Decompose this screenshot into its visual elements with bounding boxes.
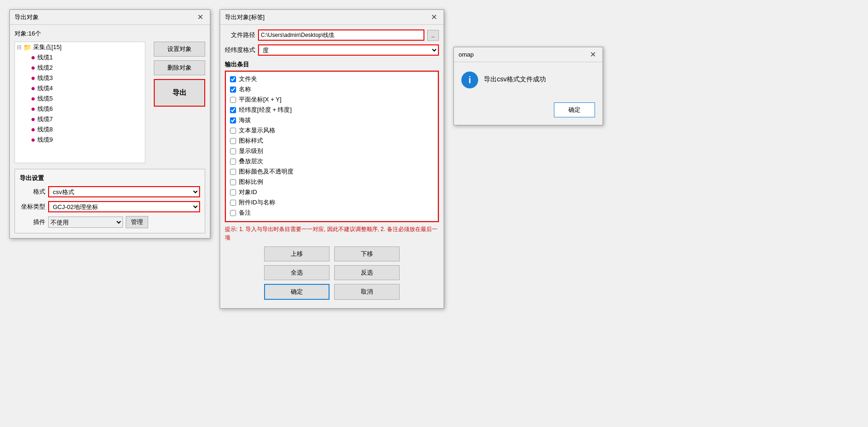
dot-icon: ● xyxy=(31,115,36,123)
check-input-12[interactable] xyxy=(230,200,236,206)
dialog3-title: omap xyxy=(459,51,474,58)
tree-item-label: 线缆3 xyxy=(37,74,53,82)
check-label: 附件ID与名称 xyxy=(239,198,275,207)
check-input-3[interactable] xyxy=(230,107,236,113)
dialog1-close-button[interactable]: ✕ xyxy=(195,13,205,22)
set-object-button[interactable]: 设置对象 xyxy=(154,42,205,57)
dot-icon: ● xyxy=(31,64,36,72)
manage-button[interactable]: 管理 xyxy=(126,216,148,228)
export-label-dialog: 导出对象[标签] ✕ 文件路径 .. 经纬度格式 度 度分秒 度分 输出条目 文… xyxy=(220,9,444,309)
check-input-1[interactable] xyxy=(230,87,236,93)
check-label: 图标颜色及不透明度 xyxy=(239,167,294,176)
plugin-label: 插件 xyxy=(20,218,45,226)
check-item: 叠放层次 xyxy=(228,156,436,166)
check-input-4[interactable] xyxy=(230,117,236,123)
omap-btn-row: 确定 xyxy=(454,98,603,125)
object-count-label: 对象:16个 xyxy=(14,29,205,38)
check-label: 显示级别 xyxy=(239,147,263,155)
move-down-button[interactable]: 下移 xyxy=(334,246,400,261)
file-path-label: 文件路径 xyxy=(225,31,255,39)
check-input-5[interactable] xyxy=(230,128,236,134)
browse-button[interactable]: .. xyxy=(427,30,439,41)
check-item: 附件ID与名称 xyxy=(228,197,436,208)
dialog1-button-group: 设置对象 删除对象 导出 xyxy=(154,42,205,107)
dialog3-close-button[interactable]: ✕ xyxy=(588,50,598,59)
omap-content: i 导出csv格式文件成功 xyxy=(454,62,603,98)
check-input-10[interactable] xyxy=(230,179,236,185)
tree-item[interactable]: ●线缆8 xyxy=(29,124,145,135)
omap-ok-button[interactable]: 确定 xyxy=(554,102,595,117)
settings-title: 导出设置 xyxy=(20,174,200,182)
check-input-2[interactable] xyxy=(230,97,236,103)
dialog1-titlebar: 导出对象 ✕ xyxy=(10,10,210,25)
tree-item-label: 线缆9 xyxy=(37,136,53,144)
checklist-outer: 文件夹名称平面坐标[X + Y]经纬度[经度 + 纬度]海拔文本显示风格图标样式… xyxy=(225,71,439,222)
plugin-select[interactable]: 不使用 xyxy=(48,217,123,228)
dot-icon: ● xyxy=(31,53,36,62)
check-input-11[interactable] xyxy=(230,189,236,195)
dialog2-close-button[interactable]: ✕ xyxy=(429,13,439,22)
format-row: 格式 csv格式 kml格式 gpx格式 xyxy=(20,186,200,197)
check-input-6[interactable] xyxy=(230,138,236,144)
tree-item-label: 线缆1 xyxy=(37,53,53,62)
tree-item-label: 线缆4 xyxy=(37,84,53,93)
tree-item[interactable]: ●线缆2 xyxy=(29,63,145,73)
coord-format-label: 经纬度格式 xyxy=(225,46,255,54)
check-label: 经纬度[经度 + 纬度] xyxy=(239,106,292,114)
tree-item[interactable]: ●线缆3 xyxy=(29,73,145,83)
check-item: 经纬度[经度 + 纬度] xyxy=(228,105,436,115)
info-icon: i xyxy=(461,72,478,88)
file-path-row: 文件路径 .. xyxy=(225,29,439,41)
check-item: 图标颜色及不透明度 xyxy=(228,166,436,177)
tree-children: ●线缆1●线缆2●线缆3●线缆4●线缆5●线缆6●线缆7●线缆8●线缆9 xyxy=(15,52,145,145)
tree-folder-item[interactable]: ⊟ 📁 采集点[15] xyxy=(15,42,145,52)
tree-item[interactable]: ●线缆1 xyxy=(29,52,145,63)
check-label: 名称 xyxy=(239,85,251,94)
dot-icon: ● xyxy=(31,105,36,113)
check-input-8[interactable] xyxy=(230,159,236,165)
export-object-dialog: 导出对象 ✕ 对象:16个 ⊟ 📁 采集点[15] ●线缆1●线缆2●线缆3●线… xyxy=(9,9,210,239)
move-buttons-row: 上移 下移 xyxy=(225,246,439,261)
checklist-panel: 文件夹名称平面坐标[X + Y]经纬度[经度 + 纬度]海拔文本显示风格图标样式… xyxy=(226,72,438,221)
check-label: 平面坐标[X + Y] xyxy=(239,95,281,104)
dot-icon: ● xyxy=(31,84,36,93)
coord-type-select[interactable]: GCJ-02地理坐标 WGS-84地理坐标 BD-09地理坐标 xyxy=(48,201,200,212)
check-input-0[interactable] xyxy=(230,76,236,82)
file-path-input[interactable] xyxy=(258,29,424,41)
tree-item[interactable]: ●线缆6 xyxy=(29,104,145,114)
check-label: 备注 xyxy=(239,209,251,217)
move-up-button[interactable]: 上移 xyxy=(264,246,330,261)
export-button[interactable]: 导出 xyxy=(154,79,205,107)
invert-button[interactable]: 反选 xyxy=(334,265,400,280)
tree-item[interactable]: ●线缆7 xyxy=(29,114,145,124)
format-select[interactable]: csv格式 kml格式 gpx格式 xyxy=(48,186,200,197)
hint-text: 提示: 1. 导入与导出时条目需要一一对应, 因此不建议调整顺序, 2. 备注必… xyxy=(225,225,439,242)
check-input-7[interactable] xyxy=(230,148,236,154)
tree-item[interactable]: ●线缆4 xyxy=(29,83,145,94)
dot-icon: ● xyxy=(31,125,36,134)
coord-format-select[interactable]: 度 度分秒 度分 xyxy=(258,44,439,56)
check-input-13[interactable] xyxy=(230,210,236,216)
tree-item[interactable]: ●线缆9 xyxy=(29,135,145,145)
check-item: 文件夹 xyxy=(228,74,436,84)
cancel-button[interactable]: 取消 xyxy=(334,284,400,300)
check-input-9[interactable] xyxy=(230,169,236,175)
delete-object-button[interactable]: 删除对象 xyxy=(154,60,205,75)
tree-item-label: 线缆8 xyxy=(37,125,53,134)
confirm-cancel-row: 确定 取消 xyxy=(225,284,439,300)
check-item: 对象ID xyxy=(228,187,436,197)
select-buttons-row: 全选 反选 xyxy=(225,265,439,280)
select-all-button[interactable]: 全选 xyxy=(264,265,330,280)
dialog2-titlebar: 导出对象[标签] ✕ xyxy=(220,10,444,25)
tree-item-label: 线缆2 xyxy=(37,64,53,72)
omap-dialog: omap ✕ i 导出csv格式文件成功 确定 xyxy=(453,47,603,125)
format-label: 格式 xyxy=(20,188,45,196)
check-item: 文本显示风格 xyxy=(228,125,436,136)
tree-item[interactable]: ●线缆5 xyxy=(29,94,145,104)
check-item: 名称 xyxy=(228,84,436,94)
check-item: 显示级别 xyxy=(228,146,436,156)
check-label: 对象ID xyxy=(239,188,257,196)
coord-type-label: 坐标类型 xyxy=(20,203,45,211)
check-item: 备注 xyxy=(228,208,436,218)
confirm-button[interactable]: 确定 xyxy=(264,284,330,300)
